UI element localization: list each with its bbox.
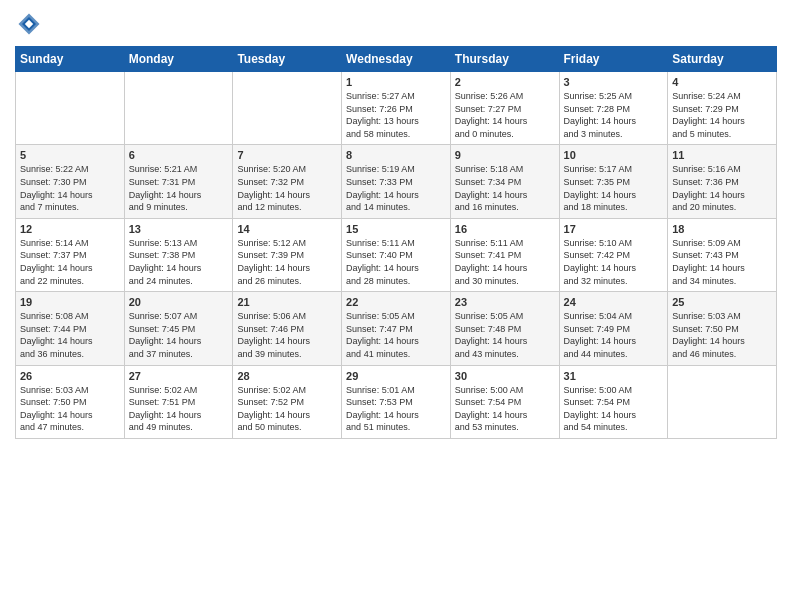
day-info: Sunrise: 5:05 AM Sunset: 7:48 PM Dayligh…	[455, 310, 555, 360]
day-number: 22	[346, 296, 446, 308]
day-info: Sunrise: 5:21 AM Sunset: 7:31 PM Dayligh…	[129, 163, 229, 213]
day-of-week-header: Tuesday	[233, 47, 342, 72]
day-number: 6	[129, 149, 229, 161]
day-number: 19	[20, 296, 120, 308]
calendar-cell: 29Sunrise: 5:01 AM Sunset: 7:53 PM Dayli…	[342, 365, 451, 438]
day-number: 11	[672, 149, 772, 161]
day-info: Sunrise: 5:17 AM Sunset: 7:35 PM Dayligh…	[564, 163, 664, 213]
day-number: 30	[455, 370, 555, 382]
calendar-cell: 17Sunrise: 5:10 AM Sunset: 7:42 PM Dayli…	[559, 218, 668, 291]
day-number: 21	[237, 296, 337, 308]
day-number: 14	[237, 223, 337, 235]
day-info: Sunrise: 5:27 AM Sunset: 7:26 PM Dayligh…	[346, 90, 446, 140]
calendar-cell: 22Sunrise: 5:05 AM Sunset: 7:47 PM Dayli…	[342, 292, 451, 365]
day-info: Sunrise: 5:22 AM Sunset: 7:30 PM Dayligh…	[20, 163, 120, 213]
day-number: 9	[455, 149, 555, 161]
calendar-cell: 14Sunrise: 5:12 AM Sunset: 7:39 PM Dayli…	[233, 218, 342, 291]
day-info: Sunrise: 5:03 AM Sunset: 7:50 PM Dayligh…	[20, 384, 120, 434]
day-number: 2	[455, 76, 555, 88]
page-header	[15, 10, 777, 38]
calendar-cell: 21Sunrise: 5:06 AM Sunset: 7:46 PM Dayli…	[233, 292, 342, 365]
calendar-cell	[124, 72, 233, 145]
day-number: 25	[672, 296, 772, 308]
logo	[15, 10, 47, 38]
calendar-cell: 23Sunrise: 5:05 AM Sunset: 7:48 PM Dayli…	[450, 292, 559, 365]
calendar-cell: 9Sunrise: 5:18 AM Sunset: 7:34 PM Daylig…	[450, 145, 559, 218]
calendar-cell	[233, 72, 342, 145]
calendar-cell: 4Sunrise: 5:24 AM Sunset: 7:29 PM Daylig…	[668, 72, 777, 145]
day-number: 3	[564, 76, 664, 88]
day-info: Sunrise: 5:10 AM Sunset: 7:42 PM Dayligh…	[564, 237, 664, 287]
day-number: 16	[455, 223, 555, 235]
calendar-cell: 18Sunrise: 5:09 AM Sunset: 7:43 PM Dayli…	[668, 218, 777, 291]
calendar-cell: 28Sunrise: 5:02 AM Sunset: 7:52 PM Dayli…	[233, 365, 342, 438]
day-number: 18	[672, 223, 772, 235]
day-info: Sunrise: 5:05 AM Sunset: 7:47 PM Dayligh…	[346, 310, 446, 360]
day-number: 5	[20, 149, 120, 161]
day-number: 13	[129, 223, 229, 235]
day-info: Sunrise: 5:01 AM Sunset: 7:53 PM Dayligh…	[346, 384, 446, 434]
day-number: 17	[564, 223, 664, 235]
calendar-week-row: 1Sunrise: 5:27 AM Sunset: 7:26 PM Daylig…	[16, 72, 777, 145]
calendar-cell: 15Sunrise: 5:11 AM Sunset: 7:40 PM Dayli…	[342, 218, 451, 291]
day-number: 24	[564, 296, 664, 308]
day-info: Sunrise: 5:11 AM Sunset: 7:40 PM Dayligh…	[346, 237, 446, 287]
calendar-cell: 30Sunrise: 5:00 AM Sunset: 7:54 PM Dayli…	[450, 365, 559, 438]
day-number: 12	[20, 223, 120, 235]
day-of-week-header: Saturday	[668, 47, 777, 72]
day-number: 23	[455, 296, 555, 308]
day-info: Sunrise: 5:18 AM Sunset: 7:34 PM Dayligh…	[455, 163, 555, 213]
day-number: 27	[129, 370, 229, 382]
calendar-cell: 2Sunrise: 5:26 AM Sunset: 7:27 PM Daylig…	[450, 72, 559, 145]
day-number: 1	[346, 76, 446, 88]
calendar-week-row: 12Sunrise: 5:14 AM Sunset: 7:37 PM Dayli…	[16, 218, 777, 291]
calendar-cell: 20Sunrise: 5:07 AM Sunset: 7:45 PM Dayli…	[124, 292, 233, 365]
calendar-cell: 5Sunrise: 5:22 AM Sunset: 7:30 PM Daylig…	[16, 145, 125, 218]
day-info: Sunrise: 5:20 AM Sunset: 7:32 PM Dayligh…	[237, 163, 337, 213]
day-number: 31	[564, 370, 664, 382]
day-info: Sunrise: 5:04 AM Sunset: 7:49 PM Dayligh…	[564, 310, 664, 360]
calendar-cell: 6Sunrise: 5:21 AM Sunset: 7:31 PM Daylig…	[124, 145, 233, 218]
day-of-week-header: Monday	[124, 47, 233, 72]
calendar-cell: 13Sunrise: 5:13 AM Sunset: 7:38 PM Dayli…	[124, 218, 233, 291]
day-info: Sunrise: 5:07 AM Sunset: 7:45 PM Dayligh…	[129, 310, 229, 360]
day-info: Sunrise: 5:11 AM Sunset: 7:41 PM Dayligh…	[455, 237, 555, 287]
day-number: 10	[564, 149, 664, 161]
day-info: Sunrise: 5:12 AM Sunset: 7:39 PM Dayligh…	[237, 237, 337, 287]
day-info: Sunrise: 5:00 AM Sunset: 7:54 PM Dayligh…	[564, 384, 664, 434]
calendar-cell: 31Sunrise: 5:00 AM Sunset: 7:54 PM Dayli…	[559, 365, 668, 438]
day-of-week-header: Friday	[559, 47, 668, 72]
day-info: Sunrise: 5:09 AM Sunset: 7:43 PM Dayligh…	[672, 237, 772, 287]
day-number: 7	[237, 149, 337, 161]
calendar-cell: 8Sunrise: 5:19 AM Sunset: 7:33 PM Daylig…	[342, 145, 451, 218]
day-info: Sunrise: 5:14 AM Sunset: 7:37 PM Dayligh…	[20, 237, 120, 287]
day-of-week-header: Thursday	[450, 47, 559, 72]
calendar-week-row: 19Sunrise: 5:08 AM Sunset: 7:44 PM Dayli…	[16, 292, 777, 365]
day-number: 15	[346, 223, 446, 235]
day-number: 29	[346, 370, 446, 382]
day-of-week-header: Wednesday	[342, 47, 451, 72]
day-info: Sunrise: 5:13 AM Sunset: 7:38 PM Dayligh…	[129, 237, 229, 287]
day-info: Sunrise: 5:03 AM Sunset: 7:50 PM Dayligh…	[672, 310, 772, 360]
day-number: 20	[129, 296, 229, 308]
day-number: 26	[20, 370, 120, 382]
day-info: Sunrise: 5:08 AM Sunset: 7:44 PM Dayligh…	[20, 310, 120, 360]
calendar-cell	[668, 365, 777, 438]
calendar-cell: 12Sunrise: 5:14 AM Sunset: 7:37 PM Dayli…	[16, 218, 125, 291]
calendar-cell: 1Sunrise: 5:27 AM Sunset: 7:26 PM Daylig…	[342, 72, 451, 145]
day-of-week-header: Sunday	[16, 47, 125, 72]
calendar-cell: 11Sunrise: 5:16 AM Sunset: 7:36 PM Dayli…	[668, 145, 777, 218]
general-blue-logo-icon	[15, 10, 43, 38]
day-number: 8	[346, 149, 446, 161]
day-number: 28	[237, 370, 337, 382]
day-info: Sunrise: 5:02 AM Sunset: 7:52 PM Dayligh…	[237, 384, 337, 434]
calendar-cell: 19Sunrise: 5:08 AM Sunset: 7:44 PM Dayli…	[16, 292, 125, 365]
calendar-cell	[16, 72, 125, 145]
calendar-cell: 26Sunrise: 5:03 AM Sunset: 7:50 PM Dayli…	[16, 365, 125, 438]
day-info: Sunrise: 5:19 AM Sunset: 7:33 PM Dayligh…	[346, 163, 446, 213]
day-info: Sunrise: 5:24 AM Sunset: 7:29 PM Dayligh…	[672, 90, 772, 140]
calendar-week-row: 26Sunrise: 5:03 AM Sunset: 7:50 PM Dayli…	[16, 365, 777, 438]
day-info: Sunrise: 5:02 AM Sunset: 7:51 PM Dayligh…	[129, 384, 229, 434]
calendar-cell: 3Sunrise: 5:25 AM Sunset: 7:28 PM Daylig…	[559, 72, 668, 145]
calendar-cell: 16Sunrise: 5:11 AM Sunset: 7:41 PM Dayli…	[450, 218, 559, 291]
